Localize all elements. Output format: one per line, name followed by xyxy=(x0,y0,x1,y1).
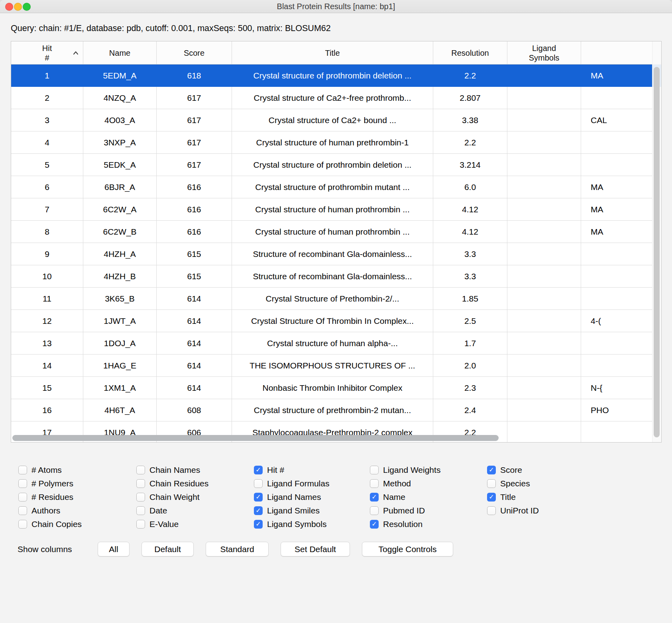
set-default-button[interactable]: Set Default xyxy=(281,542,350,556)
toggle-residues[interactable]: # Residues xyxy=(18,493,82,502)
column-header-hit[interactable]: Hit # xyxy=(11,41,83,64)
toggle-method[interactable]: Method xyxy=(370,479,440,488)
table-row[interactable]: 151XM1_A614Nonbasic Thrombin Inhibitor C… xyxy=(11,377,661,399)
toggle-hit[interactable]: ✓Hit # xyxy=(254,466,329,474)
all-button[interactable]: All xyxy=(98,542,130,556)
chain-weight-checkbox[interactable] xyxy=(136,493,145,502)
toggle-label: Chain Residues xyxy=(149,479,208,488)
method-checkbox[interactable] xyxy=(370,479,379,488)
table-row[interactable]: 86C2W_B616Crystal structure of human pro… xyxy=(11,221,661,243)
toggle-controls-button[interactable]: Toggle Controls xyxy=(362,542,453,556)
horizontal-scrollbar[interactable] xyxy=(11,434,652,442)
cell-name: 1DOJ_A xyxy=(83,332,157,355)
table-row[interactable]: 55EDK_A617Crystal structure of prothromb… xyxy=(11,154,661,176)
cell-score: 614 xyxy=(157,288,232,310)
table-row[interactable]: 94HZH_A615Structure of recombinant Gla-d… xyxy=(11,243,661,265)
toggle-e-value[interactable]: E-Value xyxy=(136,520,208,529)
toggle-ligand-formulas[interactable]: Ligand Formulas xyxy=(254,479,329,488)
cell-hit: 10 xyxy=(11,265,83,288)
ligand-symbols-checkbox[interactable]: ✓ xyxy=(254,520,263,529)
chain-copies-checkbox[interactable] xyxy=(18,520,27,529)
uniprot-id-checkbox[interactable] xyxy=(487,506,496,515)
toggle-authors[interactable]: Authors xyxy=(18,506,82,515)
cell-name: 3K65_B xyxy=(83,288,157,310)
table-row[interactable]: 141HAG_E614THE ISOMORPHOUS STRUCTURES OF… xyxy=(11,355,661,377)
standard-button[interactable]: Standard xyxy=(206,542,269,556)
cell-score: 608 xyxy=(157,399,232,421)
species-checkbox[interactable] xyxy=(487,479,496,488)
title-checkbox[interactable]: ✓ xyxy=(487,493,496,502)
toggle-title[interactable]: ✓Title xyxy=(487,493,539,502)
cell-ligand-symbols xyxy=(507,399,581,421)
toggle-ligand-weights[interactable]: Ligand Weights xyxy=(370,466,440,474)
polymers-checkbox[interactable] xyxy=(18,479,27,488)
vertical-scrollbar[interactable] xyxy=(652,41,661,442)
column-header-title[interactable]: Title xyxy=(232,41,433,64)
cell-resolution: 6.0 xyxy=(433,176,507,198)
toggle-score[interactable]: ✓Score xyxy=(487,466,539,474)
ligand-formulas-checkbox[interactable] xyxy=(254,479,263,488)
horizontal-scrollbar-thumb[interactable] xyxy=(12,435,499,441)
pubmed-id-checkbox[interactable] xyxy=(370,506,379,515)
atoms-checkbox[interactable] xyxy=(18,466,27,474)
table-row[interactable]: 34O03_A617Crystal structure of Ca2+ boun… xyxy=(11,109,661,131)
ligand-weights-checkbox[interactable] xyxy=(370,466,379,474)
cell-resolution: 2.4 xyxy=(433,399,507,421)
toggle-chain-residues[interactable]: Chain Residues xyxy=(136,479,208,488)
toggle-uniprot-id[interactable]: UniProt ID xyxy=(487,506,539,515)
table-row[interactable]: 24NZQ_A617Crystal structure of Ca2+-free… xyxy=(11,87,661,109)
toggle-chain-names[interactable]: Chain Names xyxy=(136,466,208,474)
toggle-name[interactable]: ✓Name xyxy=(370,493,440,502)
table-row[interactable]: 43NXP_A617Crystal structure of human pre… xyxy=(11,131,661,154)
residues-checkbox[interactable] xyxy=(18,493,27,502)
resolution-checkbox[interactable]: ✓ xyxy=(370,520,379,529)
toggle-ligand-names[interactable]: ✓Ligand Names xyxy=(254,493,329,502)
authors-checkbox[interactable] xyxy=(18,506,27,515)
toggle-chain-weight[interactable]: Chain Weight xyxy=(136,493,208,502)
table-row[interactable]: 66BJR_A616Crystal structure of prothromb… xyxy=(11,176,661,198)
cell-score: 615 xyxy=(157,243,232,265)
cell-title: THE ISOMORPHOUS STRUCTURES OF ... xyxy=(232,355,433,377)
table-row[interactable]: 164H6T_A608Crystal structure of prethrom… xyxy=(11,399,661,421)
table-row[interactable]: 113K65_B614Crystal Structure of Prethomb… xyxy=(11,288,661,310)
cell-ligand-symbols xyxy=(507,176,581,198)
table-row[interactable]: 131DOJ_A614Crystal structure of human al… xyxy=(11,332,661,355)
toggle-atoms[interactable]: # Atoms xyxy=(18,466,82,474)
column-header-name[interactable]: Name xyxy=(83,41,157,64)
table-row[interactable]: 15EDM_A618Crystal structure of prothromb… xyxy=(11,65,661,87)
e-value-checkbox[interactable] xyxy=(136,520,145,529)
toggle-resolution[interactable]: ✓Resolution xyxy=(370,520,440,529)
chain-residues-checkbox[interactable] xyxy=(136,479,145,488)
table-row[interactable]: 104HZH_B615Structure of recombinant Gla-… xyxy=(11,265,661,288)
cell-name: 6BJR_A xyxy=(83,176,157,198)
hit-checkbox[interactable]: ✓ xyxy=(254,466,263,474)
toggle-species[interactable]: Species xyxy=(487,479,539,488)
column-header-ligand-symbols[interactable]: Ligand Symbols xyxy=(507,41,581,64)
cell-title: Crystal structure of human prothrombin .… xyxy=(232,221,433,243)
default-button[interactable]: Default xyxy=(141,542,194,556)
cell-hit: 9 xyxy=(11,243,83,265)
toggle-pubmed-id[interactable]: Pubmed ID xyxy=(370,506,440,515)
ligand-smiles-checkbox[interactable]: ✓ xyxy=(254,506,263,515)
cell-ligand-names xyxy=(581,355,661,377)
toggle-chain-copies[interactable]: Chain Copies xyxy=(18,520,82,529)
toggle-ligand-smiles[interactable]: ✓Ligand Smiles xyxy=(254,506,329,515)
score-checkbox[interactable]: ✓ xyxy=(487,466,496,474)
toggle-date[interactable]: Date xyxy=(136,506,208,515)
cell-resolution: 3.3 xyxy=(433,265,507,288)
cell-resolution: 2.5 xyxy=(433,310,507,332)
column-header-resolution[interactable]: Resolution xyxy=(433,41,507,64)
toggle-ligand-symbols[interactable]: ✓Ligand Symbols xyxy=(254,520,329,529)
column-header-score[interactable]: Score xyxy=(157,41,232,64)
date-checkbox[interactable] xyxy=(136,506,145,515)
name-checkbox[interactable]: ✓ xyxy=(370,493,379,502)
column-header-ligand-names[interactable] xyxy=(581,41,661,64)
cell-ligand-symbols xyxy=(507,243,581,265)
table-row[interactable]: 121JWT_A614Crystal Structure Of Thrombin… xyxy=(11,310,661,332)
ligand-names-checkbox[interactable]: ✓ xyxy=(254,493,263,502)
vertical-scrollbar-thumb[interactable] xyxy=(654,67,660,437)
toggle-polymers[interactable]: # Polymers xyxy=(18,479,82,488)
cell-hit: 1 xyxy=(11,65,83,87)
table-row[interactable]: 76C2W_A616Crystal structure of human pro… xyxy=(11,198,661,221)
chain-names-checkbox[interactable] xyxy=(136,466,145,474)
